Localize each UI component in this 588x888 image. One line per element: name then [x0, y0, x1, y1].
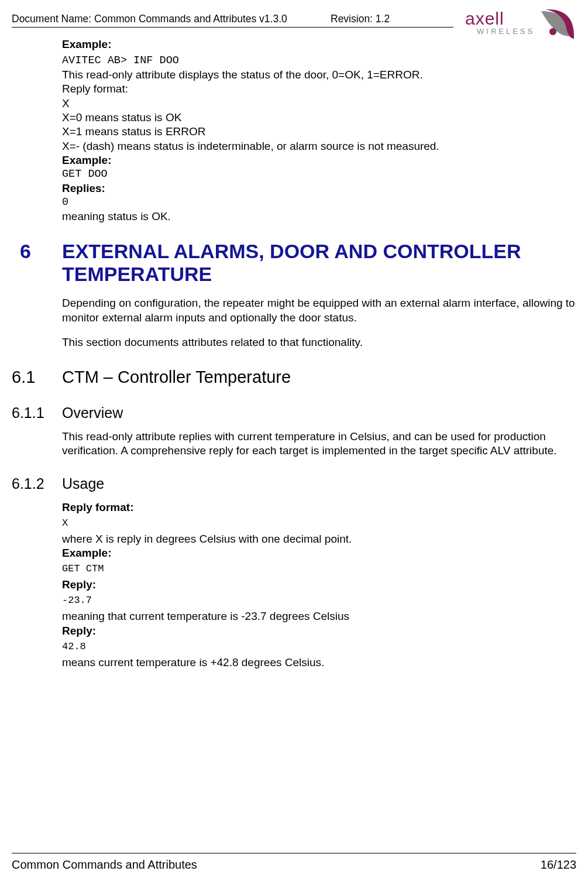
- reply-heading: Reply:: [62, 624, 576, 638]
- reply-value: -23.7: [62, 594, 576, 607]
- body-text: X=0 means status is OK: [62, 111, 576, 125]
- section-6-1-1-heading: 6.1.1 Overview: [12, 404, 576, 421]
- body-text: meaning status is OK.: [62, 210, 576, 224]
- body-text: X=1 means status is ERROR: [62, 125, 576, 139]
- example-heading: Example:: [62, 37, 576, 52]
- command-text: GET CTM: [62, 563, 576, 575]
- page-footer: Common Commands and Attributes 16/123: [12, 853, 576, 872]
- section-6-1-2-heading: 6.1.2 Usage: [12, 475, 576, 492]
- section-number: 6.1: [12, 367, 62, 388]
- example-heading: Example:: [62, 153, 576, 167]
- body-text: meaning that current temperature is -23.…: [62, 609, 576, 623]
- svg-point-0: [549, 28, 556, 35]
- section-title: Usage: [62, 475, 104, 492]
- reply-value: 0: [62, 196, 576, 210]
- footer-title: Common Commands and Attributes: [12, 858, 197, 872]
- logo-swoosh-icon: [541, 9, 574, 39]
- reply-heading: Reply:: [62, 578, 576, 592]
- reply-value: 42.8: [62, 640, 576, 653]
- body-text: Depending on configuration, the repeater…: [62, 296, 576, 325]
- body-text: X: [62, 97, 576, 111]
- section-number: 6: [12, 240, 62, 263]
- logo-main-text: axell: [465, 9, 504, 28]
- body-text: This read-only attribute displays the st…: [62, 68, 576, 82]
- footer-divider: [12, 853, 576, 853]
- section-6-heading: 6 EXTERNAL ALARMS, DOOR AND CONTROLLER T…: [12, 240, 576, 286]
- reply-format-heading: Reply format:: [62, 500, 576, 515]
- body-text: means current temperature is +42.8 degre…: [62, 656, 576, 670]
- body-text: X=- (dash) means status is indeterminabl…: [62, 139, 576, 153]
- header-divider: [12, 27, 453, 28]
- page-header: Document Name: Common Commands and Attri…: [12, 12, 576, 39]
- document-page: Document Name: Common Commands and Attri…: [0, 0, 588, 888]
- logo-sub-text: WIRELESS: [477, 27, 535, 36]
- body-text: Reply format:: [62, 82, 576, 96]
- command-text: AVITEC AB> INF DOO: [62, 54, 576, 68]
- reply-format-value: X: [62, 517, 576, 530]
- page-number: 16/123: [541, 858, 576, 872]
- section-number: 6.1.2: [12, 475, 62, 492]
- section-title: Overview: [62, 404, 123, 421]
- section-6-1-heading: 6.1 CTM – Controller Temperature: [12, 367, 576, 388]
- revision-label: Revision: 1.2: [331, 13, 390, 25]
- section-title: CTM – Controller Temperature: [62, 367, 291, 388]
- body-text: This read-only attribute replies with cu…: [62, 430, 576, 458]
- command-text: GET DOO: [62, 167, 576, 181]
- body-text: This section documents attributes relate…: [62, 335, 576, 349]
- body-text: where X is reply in degrees Celsius with…: [62, 532, 576, 546]
- example-heading: Example:: [62, 546, 576, 560]
- section-number: 6.1.1: [12, 404, 62, 421]
- document-name: Document Name: Common Commands and Attri…: [12, 13, 287, 25]
- section-title: EXTERNAL ALARMS, DOOR AND CONTROLLER TEM…: [62, 240, 576, 286]
- page-content: Example: AVITEC AB> INF DOO This read-on…: [12, 37, 576, 670]
- replies-heading: Replies:: [62, 181, 576, 196]
